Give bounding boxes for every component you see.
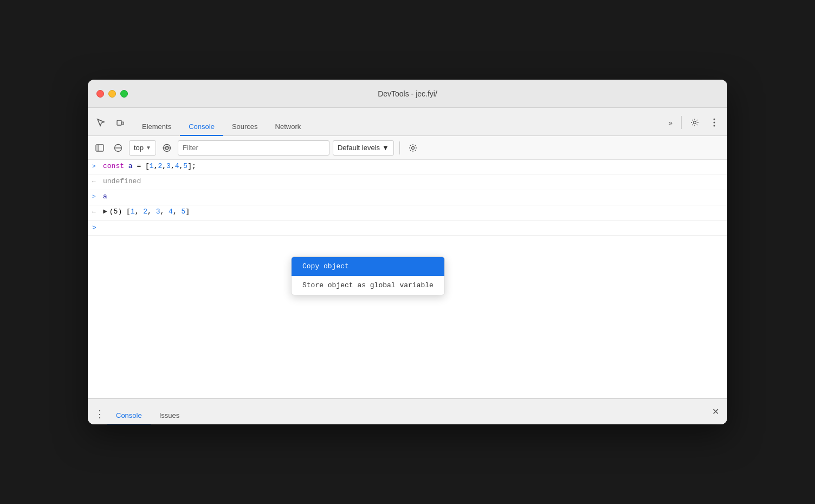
svg-point-4	[714, 122, 715, 124]
console-prompt-line[interactable]: >	[88, 221, 727, 236]
bottom-right: ✕	[708, 404, 723, 424]
expand-arrow[interactable]: ►	[103, 208, 107, 216]
devtools-window: DevTools - jec.fyi/ Elements Console Sou	[88, 80, 727, 424]
svg-rect-6	[96, 145, 104, 151]
svg-rect-1	[122, 122, 124, 125]
bottom-bar: ⋮ Console Issues ✕	[88, 398, 727, 424]
context-selector[interactable]: top ▼	[129, 140, 156, 156]
bottom-tab-issues[interactable]: Issues	[151, 407, 189, 424]
svg-rect-0	[117, 120, 121, 125]
console-toolbar: top ▼ Default levels ▼	[88, 136, 727, 160]
show-sidebar-button[interactable]	[92, 140, 107, 156]
tab-sources[interactable]: Sources	[223, 118, 267, 136]
device-toolbar-button[interactable]	[112, 114, 129, 131]
tab-elements[interactable]: Elements	[133, 118, 180, 136]
output-arrow-2: ←	[92, 177, 99, 185]
traffic-lights	[96, 90, 128, 98]
settings-button[interactable]	[686, 114, 703, 131]
titlebar: DevTools - jec.fyi/	[88, 80, 727, 108]
svg-point-3	[714, 119, 715, 120]
console-line-4: ← ►(5) [1, 2, 3, 4, 5] Copy object Store…	[88, 205, 727, 221]
minimize-button[interactable]	[108, 90, 116, 98]
output-arrow-4: ←	[92, 208, 99, 215]
more-tabs-button[interactable]: »	[664, 117, 677, 129]
console-line-2: ← undefined	[88, 175, 727, 190]
svg-point-5	[714, 125, 715, 127]
console-settings-button[interactable]	[405, 140, 421, 156]
tab-right-area: »	[664, 114, 723, 135]
context-menu-copy-object[interactable]: Copy object	[292, 257, 444, 276]
separator	[681, 116, 682, 129]
toolbar-separator	[399, 141, 400, 154]
clear-console-button[interactable]	[111, 140, 126, 156]
console-content: > const a = [1,2,3,4,5]; ← undefined > a…	[88, 160, 727, 398]
window-title: DevTools - jec.fyi/	[378, 89, 437, 98]
more-options-button[interactable]	[706, 114, 723, 131]
levels-dropdown-arrow: ▼	[382, 144, 389, 152]
console-line-1: > const a = [1,2,3,4,5];	[88, 160, 727, 175]
log-levels-button[interactable]: Default levels ▼	[333, 140, 394, 156]
close-button[interactable]	[96, 90, 104, 98]
toolbar-icons	[92, 114, 129, 135]
svg-point-2	[694, 121, 696, 124]
filter-input[interactable]	[178, 140, 329, 156]
live-expression-button[interactable]	[159, 140, 174, 156]
input-arrow-1: >	[92, 162, 99, 170]
bottom-tab-console[interactable]: Console	[107, 407, 151, 424]
bottom-menu-button[interactable]: ⋮	[92, 409, 107, 424]
context-dropdown-arrow: ▼	[146, 145, 151, 151]
input-arrow-3: >	[92, 192, 99, 200]
bottom-close-button[interactable]: ✕	[708, 404, 723, 419]
context-menu: Copy object Store object as global varia…	[291, 256, 445, 295]
maximize-button[interactable]	[120, 90, 128, 98]
context-menu-store-global[interactable]: Store object as global variable	[292, 276, 444, 295]
prompt-arrow: >	[92, 223, 99, 232]
tab-console[interactable]: Console	[180, 118, 223, 136]
devtools-tabs: Elements Console Sources Network »	[88, 108, 727, 136]
tab-network[interactable]: Network	[267, 118, 310, 136]
svg-point-13	[411, 146, 414, 149]
inspect-element-button[interactable]	[92, 114, 109, 131]
console-line-3: > a	[88, 190, 727, 205]
